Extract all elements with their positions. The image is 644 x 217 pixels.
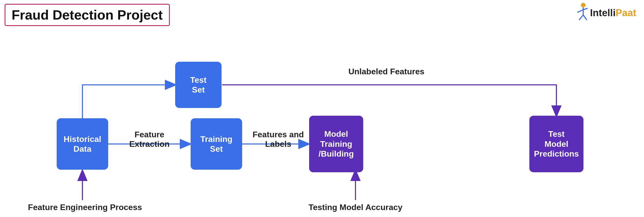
- svg-point-0: [581, 3, 586, 7]
- features-and-labels-label: Features andLabels: [247, 130, 309, 149]
- title-box: Fraud Detection Project: [5, 4, 170, 26]
- svg-line-4: [579, 15, 583, 20]
- historical-data-label: HistoricalData: [64, 134, 101, 154]
- logo-figure-icon: [573, 3, 589, 23]
- svg-line-3: [583, 8, 588, 10]
- logo-area: IntelliPaat: [573, 3, 636, 23]
- unlabeled-features-label: Unlabeled Features: [270, 67, 502, 76]
- feature-extraction-label: FeatureExtraction: [116, 130, 183, 149]
- svg-line-2: [577, 10, 583, 12]
- historical-data-node: HistoricalData: [57, 118, 108, 170]
- test-model-label: TestModelPredictions: [534, 129, 579, 159]
- page-title: Fraud Detection Project: [12, 7, 163, 22]
- diagram: HistoricalData TestSet TrainingSet Model…: [0, 41, 644, 216]
- logo-suffix: Paat: [616, 7, 636, 18]
- testing-model-accuracy-label: Testing Model Accuracy: [296, 203, 415, 212]
- training-set-label: TrainingSet: [200, 134, 232, 154]
- test-model-node: TestModelPredictions: [529, 116, 583, 172]
- model-training-node: ModelTraining/Building: [309, 116, 363, 172]
- svg-line-5: [583, 15, 587, 20]
- training-set-node: TrainingSet: [191, 118, 242, 170]
- logo-text: IntelliPaat: [590, 7, 636, 19]
- model-training-label: ModelTraining/Building: [319, 129, 354, 159]
- test-set-label: TestSet: [190, 75, 206, 95]
- test-set-node: TestSet: [175, 62, 222, 108]
- logo-prefix: Intelli: [590, 7, 615, 18]
- feature-engineering-label: Feature Engineering Process: [21, 203, 149, 212]
